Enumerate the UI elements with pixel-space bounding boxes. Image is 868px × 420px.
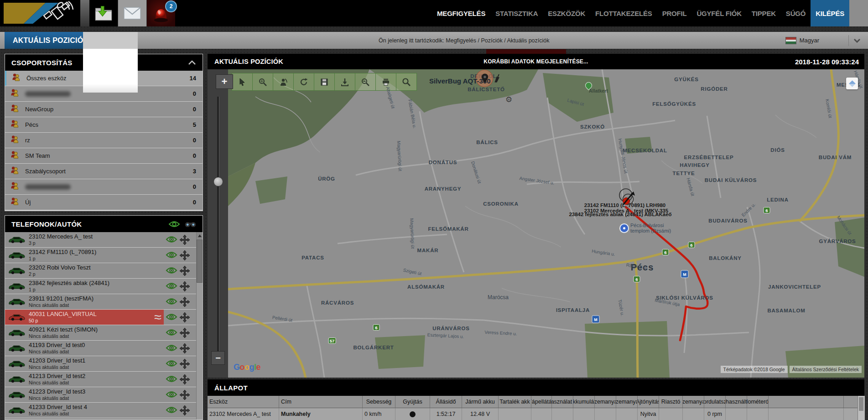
move-arrows-icon: [179, 389, 190, 400]
vehicle-row[interactable]: 41223 Driver_Id test3Nincs aktuális adat: [5, 387, 197, 402]
car-icon: [9, 282, 25, 290]
collapse-chevron-icon[interactable]: [188, 60, 196, 65]
vehicle-row[interactable]: 23142 FM1110 (L_70891)1 p: [5, 248, 197, 263]
nav-item-megfigyel-s[interactable]: MEGFIGYELÉS: [432, 0, 490, 26]
vehicle-locate-button[interactable]: [179, 343, 190, 356]
vehicle-locate-button[interactable]: [179, 234, 190, 247]
group-row--j[interactable]: Új0: [5, 195, 203, 210]
map-layers-button[interactable]: [846, 78, 858, 89]
vehicle-eye-button[interactable]: [166, 251, 177, 261]
vehicles-list: 23102 Mercedes A_ test3 p23142 FM1110 (L…: [5, 232, 197, 420]
map-canvas[interactable]: DEINDOLBÁLICSTETŐGYÜKÉSRIGÓDERMESZESFELS…: [228, 69, 864, 378]
group-row-newgroup[interactable]: NewGroup0: [5, 102, 203, 117]
vehicle-locate-button[interactable]: [179, 265, 190, 278]
vehicle-eye-button[interactable]: [166, 266, 177, 276]
refresh-button[interactable]: [294, 73, 314, 90]
group-row[interactable]: 0: [5, 179, 203, 194]
scroll-up-arrow[interactable]: [197, 232, 203, 239]
vehicles-scrollbar[interactable]: [196, 232, 203, 420]
nav-item-s-g-[interactable]: SÚGÓ: [781, 0, 811, 26]
car-icon: [9, 313, 25, 321]
eye-icon: [166, 282, 177, 290]
vehicle-status: 2 p: [29, 271, 36, 277]
vehicle-row[interactable]: 41233 Driver_Id test 4Nincs aktuális ada…: [5, 403, 197, 418]
mail-button[interactable]: [118, 0, 146, 26]
main-navigation: MEGFIGYELÉSSTATISZTIKAESZKÖZÖKFLOTTAKEZE…: [175, 0, 849, 26]
vehicle-eye-button[interactable]: [166, 406, 177, 416]
nav-item-tippek[interactable]: TIPPEK: [747, 0, 781, 26]
move-arrows-icon: [179, 374, 190, 385]
move-arrows-icon: [179, 327, 190, 338]
nav-item-flottakezel-s[interactable]: FLOTTAKEZELÉS: [590, 0, 657, 26]
nav-item-eszk-z-k[interactable]: ESZKÖZÖK: [543, 0, 590, 26]
group-count: 14: [190, 75, 196, 82]
vehicle-row[interactable]: 41193 Driver_Id test0Nincs aktuális adat: [5, 341, 197, 356]
vehicle-eye-button[interactable]: [166, 313, 177, 323]
binoculars-icon[interactable]: [185, 221, 196, 228]
alarm-count-badge: 2: [165, 0, 177, 12]
vehicle-row[interactable]: 23842 fejlesztés ablak (24841)1 p: [5, 279, 197, 294]
status-scrollbar[interactable]: [858, 396, 865, 420]
vehicle-eye-button[interactable]: [166, 359, 177, 369]
vehicle-locate-button[interactable]: [179, 250, 190, 263]
table-cell: [499, 408, 531, 420]
vehicle-row[interactable]: 23102 Mercedes A_ test3 p: [5, 232, 197, 247]
download-button[interactable]: [335, 73, 355, 90]
zoom-in-button[interactable]: +: [216, 74, 233, 89]
vehicle-locate-button[interactable]: [179, 327, 190, 340]
vehicle-locate-button[interactable]: [179, 389, 190, 402]
vehicle-locate-button[interactable]: [179, 281, 190, 294]
vehicle-locate-button[interactable]: [179, 374, 190, 387]
divider: [80, 0, 89, 26]
group-people-icon: [10, 166, 20, 175]
scrollbar-thumb[interactable]: [859, 397, 863, 411]
move-arrows-icon: [179, 343, 190, 354]
vehicle-eye-button[interactable]: [166, 282, 177, 292]
vehicle-locate-button[interactable]: [179, 312, 190, 325]
history-link[interactable]: KORÁBBI ADATOK MEGJELENÍTÉSE...: [483, 58, 588, 65]
nav-item--gyf-l-fi-k[interactable]: ÜGYFÉL FIÓK: [691, 0, 746, 26]
vehicle-eye-button[interactable]: [166, 344, 177, 354]
save-icon: [320, 78, 329, 87]
save-button[interactable]: [314, 73, 335, 90]
cursor-button[interactable]: [232, 73, 253, 90]
vehicle-row[interactable]: 23202 Robi Volvo Teszt2 p: [5, 263, 197, 278]
locate-user-button[interactable]: [273, 73, 294, 90]
print-button[interactable]: [376, 73, 396, 90]
vehicle-locate-button[interactable]: [179, 296, 190, 309]
vehicle-eye-button[interactable]: [166, 235, 177, 245]
zoom-area-button[interactable]: [253, 73, 273, 90]
vehicle-eye-button[interactable]: [166, 390, 177, 400]
vehicle-row[interactable]: 40921 Kézi teszt (SIMON)Nincs aktuális a…: [5, 325, 197, 340]
zoom-slider-track[interactable]: [217, 97, 219, 352]
zoom-slider-handle[interactable]: [213, 177, 223, 187]
vehicle-row[interactable]: 41203 Driver_Id test1Nincs aktuális adat: [5, 356, 197, 371]
language-selector[interactable]: Magyar: [785, 32, 861, 49]
vehicle-row[interactable]: 23911 91201 (tesztFMA)Nincs aktuális ada…: [5, 294, 197, 309]
group-row-sm-team[interactable]: SM Team0: [5, 148, 203, 163]
vehicle-row[interactable]: 41213 Driver_Id test2Nincs aktuális adat: [5, 372, 197, 387]
show-all-eye-icon[interactable]: [168, 220, 180, 228]
nav-item-profil[interactable]: PROFIL: [657, 0, 692, 26]
nav-item-statisztika[interactable]: STATISZTIKA: [490, 0, 543, 26]
alarm-button[interactable]: 2: [147, 0, 175, 26]
vehicles-panel-header: TELEFONOK/AUTÓK: [5, 216, 203, 232]
vehicle-locate-button[interactable]: [179, 405, 190, 418]
folder-download-button[interactable]: [89, 0, 118, 26]
vehicle-eye-button[interactable]: [166, 297, 177, 307]
vehicle-eye-button[interactable]: [166, 328, 177, 338]
zoom-out-button[interactable]: −: [211, 351, 225, 365]
group-row-rz[interactable]: rz0: [5, 133, 203, 148]
vehicle-row[interactable]: 40031 LANCIA_VIRTUAL50 p: [5, 310, 197, 325]
scrollbar-thumb[interactable]: [197, 239, 203, 283]
terms-link[interactable]: Általános Szerződési Feltételek: [790, 366, 862, 373]
group-row-szab-lycsoport[interactable]: Szabálycsoport3: [5, 164, 203, 179]
column-header: Kilométeróra: [747, 396, 769, 408]
group-row-p-cs[interactable]: Pécs5: [5, 117, 203, 132]
zoom-out-button[interactable]: [355, 73, 376, 90]
vehicle-status: 1 p: [29, 287, 36, 292]
search-button[interactable]: [396, 73, 416, 90]
vehicle-locate-button[interactable]: [179, 358, 190, 371]
nav-item-kil-p-s[interactable]: KILÉPÉS: [811, 0, 849, 26]
vehicle-eye-button[interactable]: [166, 375, 177, 385]
